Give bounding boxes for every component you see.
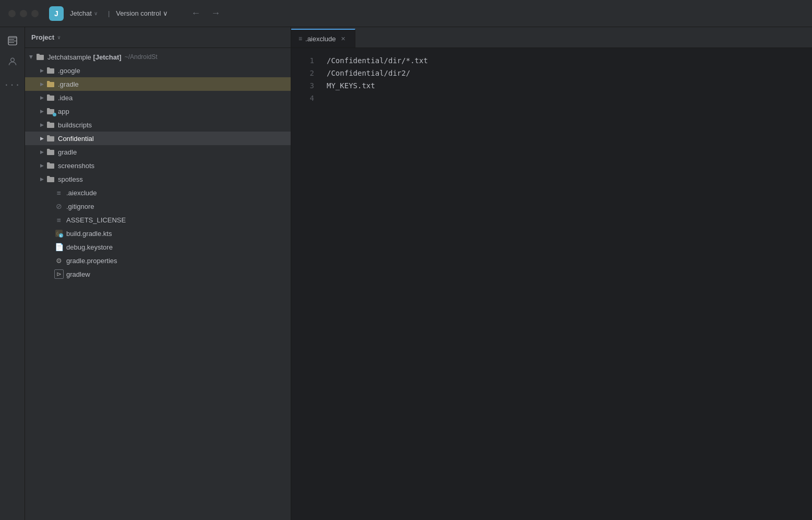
filetree-header: Project ∨: [25, 27, 291, 48]
app-icon: J: [49, 6, 64, 21]
titlebar: J Jetchat ∨ | Version control ∨ ← →: [0, 0, 812, 27]
tree-item-root[interactable]: ▶ Jetchatsample [Jetchat] ~/AndroidSt: [25, 50, 291, 64]
tree-item-build-gradle-kts[interactable]: ▶ G K build.gradle.kts: [25, 227, 291, 240]
gradle-hidden-label: .gradle: [58, 80, 79, 88]
idea-folder-icon: [46, 93, 55, 102]
google-label: .google: [58, 67, 80, 75]
tree-item-google[interactable]: ▶ .google: [25, 64, 291, 77]
root-label: Jetchatsample [Jetchat]: [47, 53, 122, 61]
sidebar-icon-more[interactable]: ···: [3, 75, 22, 94]
spotless-label: spotless: [58, 175, 83, 183]
filetree-panel: Project ∨ ▶ Jetchatsample [Jetchat] ~/An…: [25, 27, 291, 520]
line-numbers: 1 2 3 4: [291, 48, 323, 520]
tree-item-gradle-hidden[interactable]: ▶ .gradle: [25, 77, 291, 91]
code-editor[interactable]: 1 2 3 4 /Confidential/dir/*.txt /Confide…: [291, 48, 812, 520]
tab-aiexclude[interactable]: ≡ .aiexclude ✕: [291, 29, 355, 48]
root-path: ~/AndroidSt: [125, 53, 158, 61]
assets-license-file-icon: ≡: [54, 215, 64, 224]
gradle-chevron-icon: ▶: [38, 148, 46, 156]
sidebar-icon-project[interactable]: [3, 31, 22, 50]
tree-item-buildscripts[interactable]: ▶ buildscripts: [25, 118, 291, 132]
line-number-1: 1: [291, 54, 323, 67]
back-button[interactable]: ←: [187, 6, 205, 21]
project-selector[interactable]: Jetchat ∨: [70, 9, 98, 17]
spotless-folder-icon: [46, 174, 55, 184]
tree-item-gitignore[interactable]: ▶ ⊘ .gitignore: [25, 199, 291, 213]
sidebar-icons: ···: [0, 27, 25, 520]
app-label: app: [58, 108, 69, 115]
tree-item-debug-keystore[interactable]: ▶ 📄 debug.keystore: [25, 240, 291, 254]
gradle-label: gradle: [58, 148, 77, 156]
code-content[interactable]: /Confidential/dir/*.txt /Confidential/di…: [323, 48, 812, 520]
spotless-chevron-icon: ▶: [38, 175, 46, 183]
line-number-2: 2: [291, 67, 323, 79]
version-control-selector[interactable]: Version control ∨: [116, 9, 168, 17]
titlebar-divider: |: [108, 9, 110, 17]
idea-label: .idea: [58, 94, 73, 102]
debug-keystore-file-icon: 📄: [54, 242, 64, 252]
tab-file-icon: ≡: [298, 35, 302, 42]
code-line-4: [327, 92, 812, 104]
tree-item-app[interactable]: ▶ app: [25, 104, 291, 118]
forward-button[interactable]: →: [207, 6, 224, 21]
filetree-content[interactable]: ▶ Jetchatsample [Jetchat] ~/AndroidSt ▶: [25, 48, 291, 520]
line-number-3: 3: [291, 79, 323, 92]
gitignore-file-icon: ⊘: [54, 202, 64, 211]
root-folder-icon: [35, 52, 45, 62]
gradle-hidden-folder-icon: [46, 79, 55, 89]
buildscripts-chevron-icon: ▶: [38, 121, 46, 129]
screenshots-label: screenshots: [58, 162, 94, 170]
google-folder-icon: [46, 66, 55, 75]
tree-item-gradlew[interactable]: ▶ ⊳ gradlew: [25, 267, 291, 281]
tree-item-gradle[interactable]: ▶ gradle: [25, 145, 291, 159]
vc-chevron-icon: ∨: [163, 9, 168, 17]
main-area: ··· Project ∨ ▶ Jetchatsample [Jetchat] …: [0, 27, 812, 520]
filetree-chevron-icon: ∨: [57, 34, 61, 40]
gradle-folder-icon: [46, 147, 55, 157]
code-line-1: /Confidential/dir/*.txt: [327, 54, 812, 67]
screenshots-chevron-icon: ▶: [38, 161, 46, 170]
aiexclude-file-icon: ≡: [54, 188, 64, 197]
idea-chevron-icon: ▶: [38, 93, 46, 102]
buildscripts-folder-icon: [46, 120, 55, 129]
tab-close-button[interactable]: ✕: [339, 34, 348, 43]
app-chevron-icon: ▶: [38, 107, 46, 115]
tab-label: .aiexclude: [305, 35, 336, 43]
maximize-button[interactable]: [31, 10, 39, 17]
nav-buttons: ← →: [187, 6, 224, 21]
editor-area: ≡ .aiexclude ✕ 1 2 3 4 /Confidential/dir…: [291, 27, 812, 520]
project-chevron-icon: ∨: [94, 10, 98, 16]
build-gradle-file-icon: G K: [54, 229, 64, 238]
root-chevron-icon: ▶: [27, 53, 35, 61]
aiexclude-label: .aiexclude: [66, 189, 97, 197]
gradle-properties-file-icon: ⚙: [54, 256, 64, 265]
assets-license-label: ASSETS_LICENSE: [66, 216, 126, 224]
tree-item-spotless[interactable]: ▶ spotless: [25, 172, 291, 186]
confidential-folder-icon: [46, 134, 55, 143]
sidebar-icon-people[interactable]: [3, 52, 22, 71]
code-line-3: MY_KEYS.txt: [327, 79, 812, 92]
tree-item-idea[interactable]: ▶ .idea: [25, 91, 291, 104]
tree-item-assets-license[interactable]: ▶ ≡ ASSETS_LICENSE: [25, 213, 291, 227]
code-line-2: /Confidential/dir2/: [327, 67, 812, 79]
google-chevron-icon: ▶: [38, 66, 46, 75]
buildscripts-label: buildscripts: [58, 121, 92, 129]
minimize-button[interactable]: [20, 10, 27, 17]
svg-point-1: [10, 58, 14, 62]
editor-tabs: ≡ .aiexclude ✕: [291, 27, 812, 48]
project-name: Jetchat: [70, 9, 92, 17]
screenshots-folder-icon: [46, 161, 55, 170]
tree-item-screenshots[interactable]: ▶ screenshots: [25, 159, 291, 172]
tree-item-confidential[interactable]: ▶ Confidential: [25, 132, 291, 145]
close-button[interactable]: [8, 10, 16, 17]
tree-item-gradle-properties[interactable]: ▶ ⚙ gradle.properties: [25, 254, 291, 267]
confidential-chevron-icon: ▶: [38, 134, 46, 143]
gradlew-file-icon: ⊳: [54, 269, 64, 279]
svg-text:K: K: [60, 234, 62, 238]
confidential-label: Confidential: [58, 135, 94, 143]
traffic-lights: [8, 10, 39, 17]
version-control-label: Version control: [116, 9, 161, 17]
svg-text:G: G: [56, 232, 59, 237]
tree-item-aiexclude[interactable]: ▶ ≡ .aiexclude: [25, 186, 291, 199]
gradle-hidden-chevron-icon: ▶: [38, 80, 46, 88]
